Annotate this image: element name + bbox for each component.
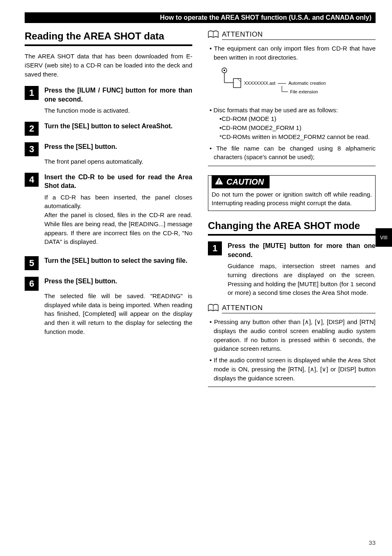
attention-list-cont: Disc formats that may be used are as fol… bbox=[208, 106, 376, 162]
caution-title-text: CAUTION bbox=[226, 176, 264, 188]
section-title-changing: Changing the AREA SHOT mode bbox=[208, 220, 376, 232]
caution-title: ! CAUTION bbox=[212, 175, 270, 188]
step-body: Insert the CD-R to be used for read the … bbox=[44, 173, 192, 247]
step-number: 2 bbox=[25, 122, 39, 136]
caution-body: Do not turn the power or ignition switch… bbox=[212, 190, 372, 207]
list-item-lead: Disc formats that may be used are as fol… bbox=[213, 107, 338, 114]
header-bar: How to operate the AREA SHOT function (U… bbox=[25, 12, 376, 23]
divider bbox=[208, 234, 376, 236]
step-heading: Press the [MUTE] button for more than on… bbox=[228, 241, 376, 259]
intro-text: The AREA SHOT data that has been downloa… bbox=[25, 52, 192, 79]
step-6: 6 Press the [SEL] button. The selected f… bbox=[25, 277, 192, 336]
left-column: Reading the AREA SHOT data The AREA SHOT… bbox=[25, 30, 192, 387]
attention-heading: ATTENTION bbox=[208, 30, 376, 39]
diagram-auto-label: Automatic creation bbox=[288, 81, 326, 86]
step-4: 4 Insert the CD-R to be used for read th… bbox=[25, 173, 192, 247]
book-icon bbox=[208, 304, 219, 312]
attention-label: ATTENTION bbox=[222, 30, 263, 39]
right-column: ATTENTION The equipment can only import … bbox=[208, 30, 376, 387]
sub-item: •CD-ROM (MODE 1) bbox=[214, 114, 376, 123]
attention-list-2: Pressing any button other than [∧], [∨],… bbox=[208, 317, 376, 382]
step-number: 3 bbox=[25, 142, 39, 156]
attention-heading: ATTENTION bbox=[208, 304, 376, 312]
step-1: 1 Press the [ILUM / FUNC] button for mor… bbox=[25, 86, 192, 115]
step-5: 5 Turn the [SEL] button to select the sa… bbox=[25, 256, 192, 270]
step-heading: Press the [SEL] button. bbox=[44, 277, 192, 286]
list-item: The equipment can only import files from… bbox=[208, 44, 376, 62]
step-body: Press the [MUTE] button for more than on… bbox=[228, 241, 376, 297]
list-item: If the audio control screen is displayed… bbox=[208, 356, 376, 382]
divider bbox=[208, 166, 376, 166]
step-number: 6 bbox=[25, 277, 39, 291]
side-tab: VIII bbox=[376, 228, 392, 247]
step-number: 1 bbox=[25, 86, 39, 100]
two-columns: Reading the AREA SHOT data The AREA SHOT… bbox=[25, 30, 376, 387]
svg-text:!: ! bbox=[218, 178, 220, 185]
step-body: Turn the [SEL] button to select AreaShot… bbox=[44, 122, 192, 136]
diagram-svg: XXXXXXXX.ast Automatic creation File ext… bbox=[216, 66, 348, 99]
step-heading: Press the [ILUM / FUNC] button for more … bbox=[44, 86, 192, 104]
step-description: The function mode is activated. bbox=[44, 106, 192, 115]
divider bbox=[25, 44, 192, 46]
step-body: Press the [SEL] button. The selected fil… bbox=[44, 277, 192, 336]
step-number: 5 bbox=[25, 256, 39, 270]
list-item: Disc formats that may be used are as fol… bbox=[208, 106, 376, 141]
step-heading: Turn the [SEL] button to select the savi… bbox=[44, 256, 192, 265]
attention-list: The equipment can only import files from… bbox=[208, 44, 376, 62]
divider bbox=[222, 313, 376, 313]
sub-item: •CD-ROM (MODE2_FORM 1) bbox=[214, 123, 376, 132]
attention-label: ATTENTION bbox=[222, 304, 263, 312]
divider bbox=[208, 387, 376, 387]
list-item: Pressing any button other than [∧], [∨],… bbox=[208, 317, 376, 353]
step-body: Turn the [SEL] button to select the savi… bbox=[44, 256, 192, 270]
page: VIII How to operate the AREA SHOT functi… bbox=[0, 0, 392, 556]
divider bbox=[222, 39, 376, 40]
step-description: The selected file will be saved. "READIN… bbox=[44, 292, 192, 336]
step-2: 2 Turn the [SEL] button to select AreaSh… bbox=[25, 122, 192, 136]
file-diagram: XXXXXXXX.ast Automatic creation File ext… bbox=[216, 66, 376, 101]
step-heading: Press the [SEL] button. bbox=[44, 142, 192, 151]
step-heading: Turn the [SEL] button to select AreaShot… bbox=[44, 122, 192, 131]
step-description: The front panel opens automatically. bbox=[44, 157, 192, 166]
section-title-reading: Reading the AREA SHOT data bbox=[25, 30, 192, 42]
step-1-changing: 1 Press the [MUTE] button for more than … bbox=[208, 241, 376, 297]
diagram-ext-label: File extension bbox=[290, 89, 318, 94]
step-3: 3 Press the [SEL] button. The front pane… bbox=[25, 142, 192, 166]
step-description: If a CD-R has been inserted, the panel c… bbox=[44, 193, 192, 247]
page-number: 33 bbox=[369, 539, 376, 546]
diagram-filename: XXXXXXXX.ast bbox=[244, 81, 275, 86]
step-number: 1 bbox=[208, 241, 222, 255]
caution-title-row: ! CAUTION bbox=[208, 176, 375, 188]
step-description: Guidance maps, intersection street names… bbox=[228, 262, 376, 297]
list-item: The file name can be changed using 8 alp… bbox=[208, 144, 376, 162]
warning-icon: ! bbox=[215, 176, 223, 188]
sub-item: *CD-ROMs written in MODE2_FORM2 cannot b… bbox=[214, 132, 376, 141]
step-body: Press the [ILUM / FUNC] button for more … bbox=[44, 86, 192, 115]
caution-box: ! CAUTION Do not turn the power or ignit… bbox=[208, 175, 376, 211]
step-number: 4 bbox=[25, 173, 39, 187]
svg-point-2 bbox=[224, 70, 225, 71]
step-body: Press the [SEL] button. The front panel … bbox=[44, 142, 192, 166]
book-icon bbox=[208, 30, 219, 39]
step-heading: Insert the CD-R to be used for read the … bbox=[44, 173, 192, 190]
